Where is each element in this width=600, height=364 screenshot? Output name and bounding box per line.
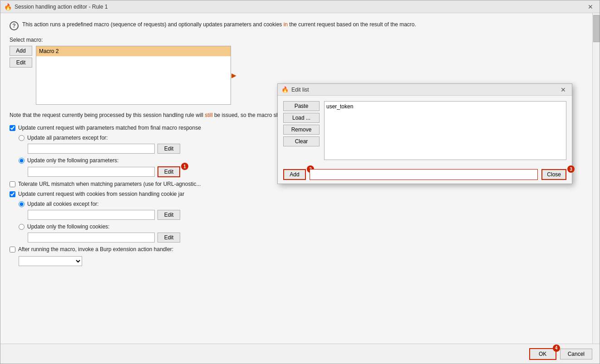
dialog-close-action-button[interactable]: Close bbox=[541, 169, 566, 180]
macro-arrow-icon: ▶ bbox=[231, 72, 236, 79]
macro-section-label: Select macro: bbox=[10, 37, 583, 43]
params-edit1-button[interactable]: Edit bbox=[157, 144, 180, 154]
cookies-radio2-row: Update only the following cookies: bbox=[19, 223, 583, 230]
cookies-checkbox-label: Update current request with cookies from… bbox=[18, 191, 184, 197]
info-icon: ? bbox=[10, 21, 19, 30]
info-row: ? This action runs a predefined macro (s… bbox=[10, 20, 583, 30]
macro-list: Macro 2 bbox=[36, 46, 231, 105]
cookies-radio2[interactable] bbox=[19, 224, 25, 230]
edit-list-dialog: 🔥 Edit list ✕ Paste Load ... Remove Clea… bbox=[277, 83, 572, 184]
cookies-input2[interactable] bbox=[28, 233, 155, 243]
cookies-radio1[interactable] bbox=[19, 201, 25, 207]
title-bar-left: 🔥 Session handling action editor - Rule … bbox=[4, 3, 108, 10]
params-input1[interactable] bbox=[28, 144, 155, 154]
dialog-list: user_token bbox=[324, 101, 566, 160]
extension-checkbox[interactable] bbox=[10, 247, 15, 252]
dialog-title-text: Edit list bbox=[291, 87, 309, 93]
params-radio2[interactable] bbox=[19, 158, 25, 164]
params-radio1-label: Update all parameters except for: bbox=[27, 135, 108, 141]
extension-dropdown[interactable] bbox=[19, 256, 82, 266]
cancel-button[interactable]: Cancel bbox=[560, 349, 592, 359]
extension-checkbox-row: After running the macro, invoke a Burp e… bbox=[10, 246, 583, 252]
note-highlight1: still bbox=[205, 112, 212, 118]
params-edit2-button[interactable]: Edit bbox=[157, 166, 180, 177]
app-icon: 🔥 bbox=[4, 3, 12, 10]
extension-label: After running the macro, invoke a Burp e… bbox=[18, 246, 173, 252]
footer-bar: OK 4 Cancel bbox=[0, 344, 600, 364]
cookies-radio-section: Update all cookies except for: Edit Upda… bbox=[19, 201, 583, 243]
params-edit2-badge: 1 bbox=[181, 163, 188, 170]
params-checkbox[interactable] bbox=[10, 125, 15, 131]
params-radio1[interactable] bbox=[19, 135, 25, 141]
params-input2[interactable] bbox=[28, 167, 155, 177]
note-before: Note that the request currently being pr… bbox=[10, 112, 205, 118]
dialog-add-button[interactable]: Add bbox=[283, 169, 306, 180]
tolerate-label: Tolerate URL mismatch when matching para… bbox=[18, 181, 201, 187]
title-bar: 🔥 Session handling action editor - Rule … bbox=[0, 0, 600, 13]
main-window: 🔥 Session handling action editor - Rule … bbox=[0, 0, 600, 364]
scrollbar-thumb[interactable] bbox=[593, 15, 600, 42]
params-edit2-wrapper: Edit 1 bbox=[157, 166, 180, 177]
dialog-clear-button[interactable]: Clear bbox=[283, 136, 320, 146]
cookies-input1[interactable] bbox=[28, 210, 155, 220]
info-text: This action runs a predefined macro (seq… bbox=[22, 20, 416, 29]
window-title: Session handling action editor - Rule 1 bbox=[15, 4, 108, 10]
dialog-list-item[interactable]: user_token bbox=[326, 103, 564, 110]
dialog-close-wrapper: Close 3 bbox=[541, 169, 566, 180]
cookies-input2-row: Edit bbox=[28, 233, 583, 243]
info-text-before: This action runs a predefined macro (seq… bbox=[22, 21, 284, 28]
info-text-mid: the current request based on the result … bbox=[288, 21, 416, 28]
cookies-checkbox[interactable] bbox=[10, 191, 15, 197]
ok-badge: 4 bbox=[553, 345, 560, 352]
dialog-add-wrapper: Add 2 bbox=[283, 169, 306, 180]
tolerate-checkbox[interactable] bbox=[10, 181, 15, 187]
dialog-action-buttons: Paste Load ... Remove Clear bbox=[283, 101, 320, 160]
params-checkbox-label: Update current request with parameters m… bbox=[18, 125, 201, 131]
cookies-radio1-label: Update all cookies except for: bbox=[27, 201, 98, 207]
info-highlight: in bbox=[284, 21, 288, 28]
macro-list-item[interactable]: Macro 2 bbox=[36, 46, 231, 56]
extension-dropdown-row bbox=[19, 256, 583, 266]
window-close-button[interactable]: ✕ bbox=[585, 2, 596, 11]
cookies-radio1-row: Update all cookies except for: bbox=[19, 201, 583, 207]
cookies-edit1-button[interactable]: Edit bbox=[157, 210, 180, 220]
dialog-add-input[interactable] bbox=[310, 169, 538, 180]
scrollbar-track[interactable] bbox=[592, 13, 600, 344]
dialog-close-button[interactable]: ✕ bbox=[558, 86, 568, 94]
dialog-paste-button[interactable]: Paste bbox=[283, 101, 320, 111]
dialog-close-badge: 3 bbox=[567, 165, 575, 173]
dialog-load-button[interactable]: Load ... bbox=[283, 113, 320, 123]
dialog-title-icon: 🔥 bbox=[281, 86, 289, 93]
macro-buttons: Add Edit bbox=[10, 46, 32, 105]
content-area: ? This action runs a predefined macro (s… bbox=[0, 13, 600, 344]
params-radio2-label: Update only the following parameters: bbox=[27, 157, 118, 164]
cookies-checkbox-row: Update current request with cookies from… bbox=[10, 191, 583, 197]
ok-button[interactable]: OK bbox=[529, 348, 556, 360]
ok-button-wrapper: OK 4 bbox=[529, 348, 556, 360]
cookies-edit2-button[interactable]: Edit bbox=[157, 233, 180, 243]
cookies-input1-row: Edit bbox=[28, 210, 583, 220]
macro-edit-button[interactable]: Edit bbox=[10, 58, 32, 68]
dialog-footer: Add 2 Close 3 bbox=[278, 165, 572, 184]
dialog-remove-button[interactable]: Remove bbox=[283, 125, 320, 135]
cookies-radio2-label: Update only the following cookies: bbox=[27, 223, 109, 230]
macro-add-button[interactable]: Add bbox=[10, 46, 32, 56]
dialog-title-bar: 🔥 Edit list ✕ bbox=[278, 84, 572, 96]
dialog-body: Paste Load ... Remove Clear user_token bbox=[278, 96, 572, 165]
dialog-title-left: 🔥 Edit list bbox=[281, 86, 309, 93]
